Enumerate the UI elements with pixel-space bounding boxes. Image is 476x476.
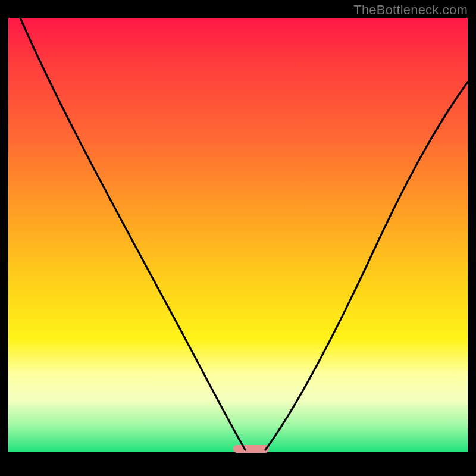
chart-gradient-background bbox=[8, 18, 468, 452]
chart-frame bbox=[8, 18, 468, 468]
watermark-text: TheBottleneck.com bbox=[353, 2, 468, 18]
bottleneck-marker bbox=[233, 445, 269, 453]
